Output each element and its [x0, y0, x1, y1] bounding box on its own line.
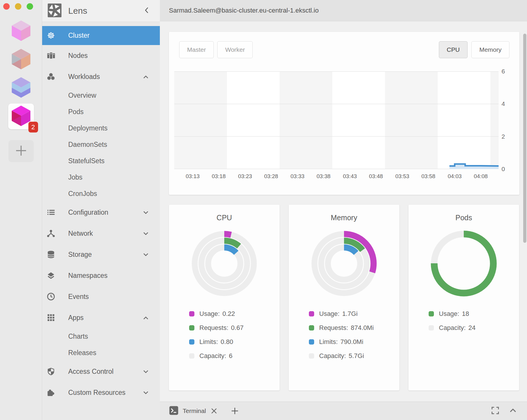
cluster-tile-active[interactable]: 2: [8, 104, 34, 129]
sidebar-item-label: Deployments: [68, 124, 107, 132]
sidebar-item-overview[interactable]: Overview: [42, 87, 160, 104]
sidebar-item-label: Releases: [68, 349, 96, 357]
cluster-hexagon-icon: [10, 48, 32, 71]
sidebar-nav: ☸ Cluster Nodes: [42, 22, 160, 403]
sidebar-item-label: Network: [68, 230, 93, 237]
cpu-legend: Usage: 0.22 Requests: 0.67 Limits: 0.80: [189, 307, 280, 363]
memory-metric-tab[interactable]: Memory: [471, 41, 509, 58]
legend-row: Requests: 874.0Mi: [309, 321, 399, 335]
x-axis-tick: 03:13: [182, 173, 203, 180]
sidebar-item-custom-resources[interactable]: Custom Resources: [42, 382, 160, 403]
fullscreen-icon[interactable]: [491, 407, 499, 416]
sidebar-item-namespaces[interactable]: Namespaces: [42, 265, 160, 286]
sidebar-item-label: Custom Resources: [68, 389, 126, 397]
sidebar-item-cronjobs[interactable]: CronJobs: [42, 185, 160, 202]
pods-legend: Usage: 18 Capacity: 24: [429, 307, 519, 335]
add-cluster-button[interactable]: [8, 140, 34, 162]
chevron-down-icon: [143, 251, 149, 259]
y-axis-tick: 6: [502, 68, 517, 75]
nodes-icon: [47, 51, 55, 60]
sidebar-item-statefulsets[interactable]: StatefulSets: [42, 153, 160, 169]
pods-donut-chart: [429, 228, 499, 299]
legend-row: Capacity: 6: [189, 349, 280, 363]
list-icon: [47, 208, 55, 216]
lens-window: 2: [0, 0, 527, 420]
worker-filter-button[interactable]: Worker: [217, 41, 253, 58]
sidebar-item-releases[interactable]: Releases: [42, 345, 160, 361]
new-terminal-tab-icon[interactable]: [231, 407, 239, 415]
limits-swatch: [189, 339, 194, 345]
cluster-tile-2[interactable]: [8, 47, 34, 73]
x-axis-tick: 03:33: [287, 173, 308, 180]
dashboard-content: Master Worker CPU Memory 6 4 2 0 0: [160, 21, 527, 402]
sidebar-item-storage[interactable]: Storage: [42, 244, 160, 265]
kubernetes-wheel-icon: ☸: [47, 32, 55, 40]
sidebar-item-label: Cluster: [68, 32, 90, 39]
cluster-context-title: Sarmad.Saleem@basic-cluster.eu-central-1…: [169, 7, 319, 14]
legend-row: Limits: 790.0Mi: [309, 335, 399, 349]
cluster-tile-3[interactable]: [8, 75, 34, 101]
resource-cards-row: CPU Usage: 0.22 Requests: 0.67: [169, 205, 527, 390]
puzzle-piece-icon: [47, 388, 55, 397]
shield-icon: [47, 367, 55, 376]
cpu-card: CPU Usage: 0.22 Requests: 0.67: [169, 205, 280, 390]
master-filter-button[interactable]: Master: [179, 41, 214, 58]
clock-icon: [47, 292, 55, 301]
requests-swatch: [189, 325, 194, 331]
sidebar-item-network[interactable]: Network: [42, 223, 160, 244]
legend-row: Usage: 1.7Gi: [309, 307, 399, 321]
sidebar-item-access-control[interactable]: Access Control: [42, 361, 160, 382]
sidebar-item-pods[interactable]: Pods: [42, 104, 160, 120]
sidebar-item-configuration[interactable]: Configuration: [42, 202, 160, 223]
y-axis-tick: 0: [502, 166, 517, 173]
sidebar-item-workloads[interactable]: Workloads: [42, 66, 160, 87]
main-area: Sarmad.Saleem@basic-cluster.eu-central-1…: [160, 0, 527, 420]
vertical-scrollbar[interactable]: [523, 34, 526, 243]
cluster-tile-1[interactable]: [8, 18, 34, 44]
x-axis-tick: 03:23: [235, 173, 255, 180]
sidebar-item-label: Pods: [68, 108, 83, 116]
workloads-cubes-icon: [47, 73, 55, 81]
legend-row: Capacity: 24: [429, 321, 519, 335]
network-share-icon: [47, 229, 55, 237]
sidebar-item-apps[interactable]: Apps: [42, 307, 160, 328]
terminal-tab-label[interactable]: Terminal: [183, 407, 206, 414]
sidebar-item-events[interactable]: Events: [42, 286, 160, 307]
chevron-up-icon: [143, 314, 149, 322]
terminal-icon: [169, 406, 178, 416]
sidebar-item-label: DaemonSets: [68, 141, 107, 149]
memory-donut-chart: [309, 228, 379, 299]
close-window-button[interactable]: [3, 3, 10, 10]
sidebar-item-label: Workloads: [68, 73, 100, 81]
sidebar-item-cluster[interactable]: ☸ Cluster: [42, 26, 160, 45]
cpu-metric-tab[interactable]: CPU: [439, 41, 468, 58]
minimize-window-button[interactable]: [15, 3, 21, 10]
notification-badge: 2: [28, 122, 38, 132]
sidebar-item-label: Overview: [68, 92, 96, 99]
pods-card: Pods Usage: 18 Capacity: 24: [408, 205, 519, 390]
sidebar-item-deployments[interactable]: Deployments: [42, 120, 160, 136]
sidebar-item-label: Apps: [68, 314, 83, 322]
sidebar-item-jobs[interactable]: Jobs: [42, 169, 160, 185]
cluster-hexagon-icon: [10, 76, 32, 100]
x-axis-tick: 03:58: [418, 173, 439, 180]
x-axis-tick: 03:48: [366, 173, 386, 180]
usage-swatch: [309, 311, 314, 316]
collapse-sidebar-button[interactable]: [145, 7, 149, 15]
zoom-window-button[interactable]: [27, 3, 33, 10]
sidebar-item-label: Jobs: [68, 173, 83, 181]
metrics-line-chart: [174, 71, 499, 169]
sidebar-item-charts[interactable]: Charts: [42, 328, 160, 345]
sidebar-item-label: Access Control: [68, 368, 114, 376]
usage-swatch: [189, 311, 194, 316]
sidebar-item-daemonsets[interactable]: DaemonSets: [42, 136, 160, 153]
sidebar-item-nodes[interactable]: Nodes: [42, 45, 160, 66]
x-axis-tick: 03:28: [261, 173, 281, 180]
capacity-swatch: [189, 353, 194, 359]
y-axis-tick: 2: [502, 133, 517, 140]
app-title: Lens: [68, 6, 145, 16]
card-title: Memory: [289, 214, 399, 222]
close-terminal-icon[interactable]: [211, 408, 217, 414]
collapse-terminal-chevron-icon[interactable]: [509, 408, 516, 414]
usage-swatch: [429, 311, 434, 316]
